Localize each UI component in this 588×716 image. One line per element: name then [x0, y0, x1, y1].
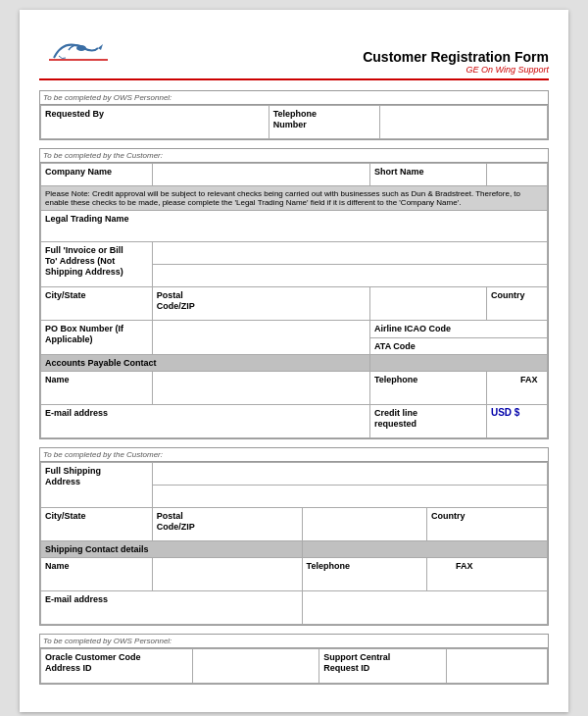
section3-label: To be completed by the Customer:	[40, 448, 548, 462]
telephone-label: Telephone	[370, 372, 487, 405]
section4-table: Oracle Customer Code Address ID Support …	[40, 648, 548, 684]
shipping-address-value1	[152, 463, 547, 486]
shipping-postal-value	[302, 508, 426, 541]
company-name-value	[152, 164, 369, 186]
shipping-name-label: Name	[41, 558, 153, 591]
po-box-value	[152, 321, 369, 355]
section-ows-top: To be completed by OWS Personnel: Reques…	[39, 90, 549, 140]
form-subtitle: GE On Wing Support	[363, 65, 549, 75]
title-area: Customer Registration Form GE On Wing Su…	[363, 49, 549, 75]
company-name-label: Company Name	[41, 164, 153, 186]
section3-table: Full Shipping Address City/State Postal	[40, 462, 548, 625]
shipping-name-value	[152, 558, 302, 591]
section4-label: To be completed by OWS Personnel:	[40, 635, 548, 648]
shipping-contact-label: Shipping Contact details	[41, 541, 303, 558]
airline-icao-label: Airline ICAO Code	[370, 321, 548, 338]
shipping-country-cell: Country	[426, 508, 547, 541]
name-label: Name	[41, 372, 153, 405]
short-name-value	[486, 164, 547, 186]
shipping-telephone-label: Telephone	[302, 558, 426, 591]
ata-code-label: ATA Code	[370, 337, 548, 355]
section2-label: To be completed by the Customer:	[40, 149, 548, 163]
requested-by-label: Requested By	[41, 106, 270, 139]
invoice-address-label: Full 'Invoice or Bill To' Address (Not S…	[41, 242, 153, 287]
postal-code-value	[370, 287, 487, 321]
section1-table: Requested By Telephone Number	[40, 105, 548, 139]
section-customer: To be completed by the Customer: Company…	[39, 148, 549, 439]
shipping-fax-cell: FAX	[426, 558, 547, 591]
shipping-city-label: City/State	[41, 508, 153, 541]
support-id-label: Support Central Request ID	[319, 649, 446, 684]
credit-line-label: Credit line requested	[370, 405, 487, 438]
telephone-value: FAX	[486, 372, 547, 405]
support-id-value	[446, 649, 547, 684]
form-title: Customer Registration Form	[363, 49, 549, 65]
city-state-label: City/State	[41, 287, 153, 321]
section1-label: To be completed by OWS Personnel:	[40, 91, 548, 105]
logo	[39, 26, 118, 75]
oracle-id-value	[193, 649, 319, 684]
usd-value: USD $	[486, 405, 547, 438]
shipping-email-label: E-mail address	[41, 591, 303, 625]
header: Customer Registration Form GE On Wing Su…	[39, 26, 549, 80]
oracle-id-label: Oracle Customer Code Address ID	[41, 649, 193, 684]
accounts-payable-label: Accounts Payable Contact	[41, 355, 370, 372]
telephone-number-value	[380, 106, 548, 139]
shipping-address-value2	[152, 486, 547, 508]
invoice-address-value	[152, 242, 547, 265]
shipping-contact-shaded	[302, 541, 547, 558]
shipping-email-value	[302, 591, 547, 625]
full-shipping-label: Full Shipping Address	[41, 463, 153, 508]
note-cell: Please Note: Credit approval will be sub…	[41, 186, 548, 211]
name-value	[152, 372, 369, 405]
section-shipping: To be completed by the Customer: Full Sh…	[39, 447, 549, 626]
legal-trading-label: Legal Trading Name	[41, 211, 548, 242]
svg-point-0	[76, 45, 86, 51]
section2-table: Company Name Short Name Please Note: Cre…	[40, 163, 548, 438]
short-name-label: Short Name	[370, 164, 487, 186]
po-box-label: PO Box Number (If Applicable)	[41, 321, 153, 355]
section-ows-bottom: To be completed by OWS Personnel: Oracle…	[39, 634, 549, 685]
postal-code-label: Postal Code/ZIP	[152, 287, 369, 321]
country-cell: Country	[486, 287, 547, 321]
page: Customer Registration Form GE On Wing Su…	[20, 10, 568, 712]
shipping-postal-label: Postal Code/ZIP	[152, 508, 302, 541]
accounts-payable-shaded	[370, 355, 548, 372]
email-label: E-mail address	[41, 405, 370, 438]
invoice-address-value2	[152, 265, 547, 287]
telephone-number-label: Telephone Number	[269, 106, 380, 139]
